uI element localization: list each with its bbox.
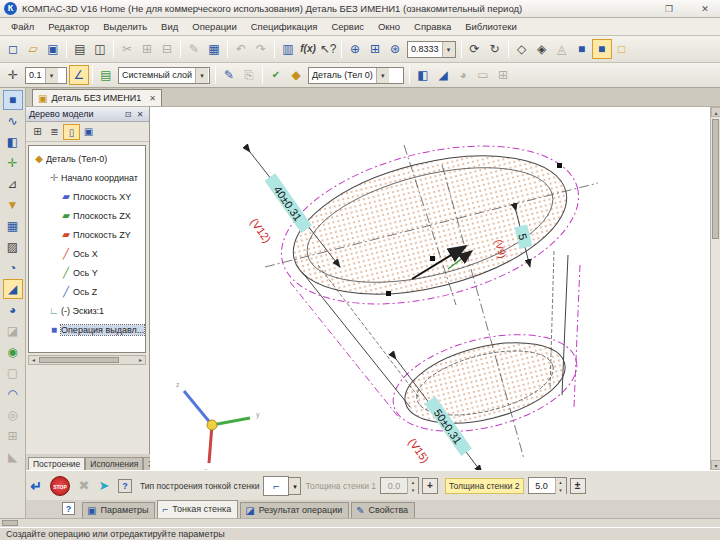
- open-document-icon[interactable]: ▱: [23, 39, 43, 59]
- pin-icon[interactable]: ⊡: [122, 110, 134, 119]
- body-combo[interactable]: Деталь (Тел 0) ▾: [308, 67, 404, 84]
- cancel-icon[interactable]: ✖: [74, 476, 94, 496]
- menu-item-select[interactable]: Выделить: [96, 21, 154, 32]
- tree-item-part[interactable]: ◆ Деталь (Тел-0): [29, 149, 145, 168]
- tab-parameters[interactable]: ▣ Параметры: [82, 502, 155, 518]
- print-icon[interactable]: ▤: [70, 39, 90, 59]
- coordinate-axes-icon[interactable]: ✛: [3, 65, 23, 85]
- shaded-icon[interactable]: ■: [572, 39, 592, 59]
- orbit-rotate-icon[interactable]: ↻: [485, 39, 505, 59]
- print-preview-icon[interactable]: ◫: [90, 39, 110, 59]
- wall2-tolerance-button[interactable]: ±: [570, 478, 586, 494]
- zoom-scale-combo[interactable]: 0.8333 ▾: [407, 41, 456, 58]
- viewport-vertical-scrollbar[interactable]: ▴ ▾: [710, 107, 720, 470]
- cut-icon[interactable]: ✂: [117, 39, 137, 59]
- reports-icon[interactable]: ▨: [3, 237, 23, 257]
- loft-operation-icon[interactable]: ◉: [3, 342, 23, 362]
- chevron-down-icon[interactable]: ▾: [45, 68, 58, 83]
- context-help-icon[interactable]: ?: [118, 479, 132, 493]
- detail-cut-icon[interactable]: ◪: [3, 321, 23, 341]
- menu-item-file[interactable]: Файл: [4, 21, 41, 32]
- specification-panel-icon[interactable]: ▦: [3, 216, 23, 236]
- save-icon[interactable]: ▣: [43, 39, 63, 59]
- zoom-all-icon[interactable]: ⊛: [385, 39, 405, 59]
- hole-operation-icon[interactable]: ◎: [3, 405, 23, 425]
- fillet-operation-icon[interactable]: ◠: [3, 384, 23, 404]
- aux-view-icon[interactable]: ⎘: [239, 65, 259, 85]
- tree-item-axis-x[interactable]: ╱ Ось X: [29, 244, 145, 263]
- tree-item-plane-xy[interactable]: ▰ Плоскость XY: [29, 187, 145, 206]
- panel-help-icon[interactable]: ?: [62, 502, 75, 515]
- conditional-marks-icon[interactable]: ◔: [3, 258, 23, 278]
- hidden-lines-thin-icon[interactable]: ◬: [552, 39, 572, 59]
- revolve-operation-icon[interactable]: ◕: [3, 300, 23, 320]
- scroll-up-icon[interactable]: ▴: [711, 107, 720, 117]
- tree-item-plane-zy[interactable]: ▰ Плоскость ZY: [29, 225, 145, 244]
- tab-properties[interactable]: ✎ Свойства: [351, 502, 415, 518]
- tree-structure-icon[interactable]: ⊞: [29, 124, 46, 140]
- help-cursor-icon[interactable]: ↖?: [318, 39, 338, 59]
- rib-operation-icon[interactable]: ◣: [3, 447, 23, 467]
- layers-icon[interactable]: ▤: [96, 65, 116, 85]
- maximize-button[interactable]: ❐: [658, 2, 680, 16]
- tab-operation-result[interactable]: ◪ Результат операции: [240, 502, 349, 518]
- tree-item-axis-z[interactable]: ╱ Ось Z: [29, 282, 145, 301]
- tree-save-icon[interactable]: ▣: [80, 124, 97, 140]
- check-state-icon[interactable]: ✔: [266, 65, 286, 85]
- phantom-pointer-icon[interactable]: ➤: [94, 476, 114, 496]
- zoom-in-icon[interactable]: ⊕: [345, 39, 365, 59]
- spin-up-icon[interactable]: ▴: [408, 478, 418, 486]
- surface-mode-icon[interactable]: ◧: [413, 65, 433, 85]
- tab-thin-wall[interactable]: ⌐ Тонкая стенка: [157, 500, 238, 518]
- model-viewport[interactable]: 40±0.31 (V12) 50±0.31 (V15) 5 (V9) z: [150, 107, 710, 470]
- measurements-icon[interactable]: ⊿: [3, 174, 23, 194]
- array-mode-icon[interactable]: ⊞: [493, 65, 513, 85]
- part-bottom-face[interactable]: [397, 328, 574, 438]
- chevron-down-icon[interactable]: ▾: [442, 42, 455, 57]
- tree-item-sketch1[interactable]: ∟ (-) Эскиз:1: [29, 301, 145, 320]
- panel-horizontal-scrollbar[interactable]: [0, 518, 720, 527]
- snap-icon[interactable]: ∠: [69, 65, 89, 85]
- tree-horizontal-scrollbar[interactable]: ◂ ▸: [28, 355, 146, 365]
- chevron-down-icon[interactable]: ▾: [376, 68, 389, 83]
- revolve-mode-icon[interactable]: ◕: [453, 65, 473, 85]
- tree-item-origin[interactable]: ✛ Начало координат: [29, 168, 145, 187]
- chevron-down-icon[interactable]: ▾: [289, 477, 301, 495]
- tab-construction[interactable]: Построение: [28, 457, 85, 470]
- wall1-spinner[interactable]: 0.0 ▴▾: [380, 477, 419, 494]
- tree-composition-icon[interactable]: ≣: [46, 124, 63, 140]
- spin-down-icon[interactable]: ▾: [408, 486, 418, 494]
- new-document-icon[interactable]: ◻: [3, 39, 23, 59]
- wall2-spinner[interactable]: 5.0 ▴▾: [528, 477, 567, 494]
- cursor-step-combo[interactable]: 0.1 ▾: [25, 67, 67, 84]
- tab-versions[interactable]: Исполнения: [85, 457, 143, 470]
- menu-item-service[interactable]: Сервис: [324, 21, 371, 32]
- tree-page-icon[interactable]: ▯: [63, 124, 80, 140]
- spin-up-icon[interactable]: ▴: [556, 478, 566, 486]
- shell-operation-icon[interactable]: ▢: [3, 363, 23, 383]
- spatial-curves-icon[interactable]: ∿: [3, 111, 23, 131]
- surfaces-icon[interactable]: ◧: [3, 132, 23, 152]
- extrude-mode-icon[interactable]: ◢: [433, 65, 453, 85]
- cut-mode-icon[interactable]: ▭: [473, 65, 493, 85]
- scroll-thumb[interactable]: [2, 520, 18, 526]
- spin-down-icon[interactable]: ▾: [556, 486, 566, 494]
- create-object-button[interactable]: ↵: [26, 476, 46, 496]
- paste-icon[interactable]: ⊟: [157, 39, 177, 59]
- document-tab[interactable]: ▣ Деталь БЕЗ ИМЕНИ1 ✕: [32, 89, 162, 106]
- close-tab-icon[interactable]: ✕: [149, 94, 156, 103]
- sketch-icon[interactable]: ✎: [219, 65, 239, 85]
- copy-properties-icon[interactable]: ✎: [184, 39, 204, 59]
- wireframe-icon[interactable]: ◇: [512, 39, 532, 59]
- redo-icon[interactable]: ↷: [251, 39, 271, 59]
- scroll-left-icon[interactable]: ◂: [29, 356, 38, 364]
- filters-icon[interactable]: ▼: [3, 195, 23, 215]
- menu-item-view[interactable]: Вид: [154, 21, 185, 32]
- chevron-down-icon[interactable]: ▾: [195, 68, 208, 83]
- refresh-view-icon[interactable]: ⟳: [465, 39, 485, 59]
- scroll-right-icon[interactable]: ▸: [136, 356, 145, 364]
- scroll-thumb[interactable]: [712, 119, 719, 239]
- functions-icon[interactable]: f(x): [298, 39, 318, 59]
- menu-item-specification[interactable]: Спецификация: [244, 21, 325, 32]
- undo-icon[interactable]: ↶: [231, 39, 251, 59]
